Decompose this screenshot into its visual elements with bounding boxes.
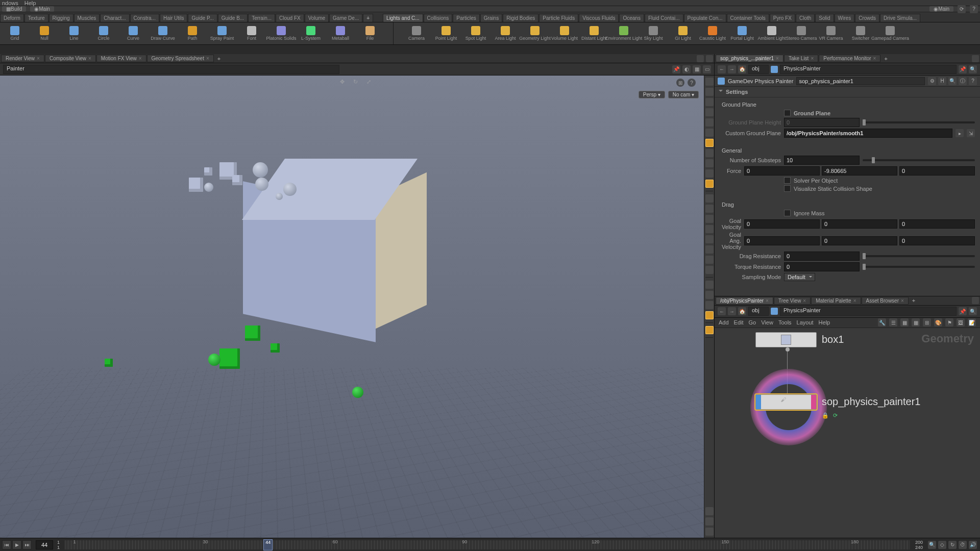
path-obj[interactable]: obj: [748, 65, 769, 74]
menu-windows[interactable]: ndows: [2, 0, 18, 6]
shelf-tab[interactable]: Particle Fluids: [539, 14, 578, 22]
rail-icon[interactable]: [705, 326, 714, 334]
shelf-tab[interactable]: Deform: [0, 14, 24, 22]
net-menu-help[interactable]: Help: [819, 319, 830, 325]
tool-line[interactable]: Line: [59, 22, 89, 45]
section-settings[interactable]: Settings: [715, 87, 980, 97]
tool-environment-light[interactable]: Environment Light: [609, 22, 639, 45]
rail-lighting-icon[interactable]: [705, 139, 714, 147]
reload-flag-icon[interactable]: ⟳: [833, 412, 838, 419]
op-jump-icon[interactable]: ⇲: [967, 129, 975, 137]
nav-home-icon[interactable]: 🏠: [738, 307, 746, 315]
menu-help[interactable]: Help: [24, 0, 36, 6]
shelf-tab[interactable]: Guide B...: [218, 14, 248, 22]
tool-draw-curve[interactable]: Draw Curve: [148, 22, 178, 45]
goal-avel-y[interactable]: [822, 236, 897, 245]
nav-fwd-icon[interactable]: →: [728, 65, 736, 73]
scene-viewport[interactable]: ✥ ↻ ⤢ ⊞ ? Persp ▾ No cam ▾: [0, 76, 714, 538]
handle-translate-icon[interactable]: ✥: [340, 79, 348, 87]
substeps-slider[interactable]: [863, 159, 975, 161]
tool-point-light[interactable]: Point Light: [431, 22, 461, 45]
shelf-tab[interactable]: Viscous Fluids: [579, 14, 619, 22]
pane-link-icon[interactable]: [697, 55, 704, 62]
info-icon[interactable]: ⓘ: [959, 77, 967, 85]
play-first-button[interactable]: ⏮: [2, 540, 11, 549]
tab-perfmon[interactable]: Performance Monitor×: [819, 55, 880, 62]
play-last-button[interactable]: ⏭: [22, 540, 32, 549]
tab-painter[interactable]: sop_physics_...painter1×: [716, 55, 783, 62]
desktop-main-right[interactable]: ◉ Main: [929, 6, 953, 12]
lock-icon[interactable]: 🔒: [822, 412, 829, 419]
node-box1[interactable]: [755, 332, 817, 347]
rail-icon[interactable]: [705, 225, 714, 233]
shelf-tab[interactable]: Rigid Bodies: [503, 14, 538, 22]
rail-icon[interactable]: [705, 215, 714, 223]
sampling-mode-dropdown[interactable]: Default: [784, 273, 815, 281]
shelf-tab[interactable]: Texture: [24, 14, 48, 22]
tab-tree[interactable]: Tree View×: [774, 297, 811, 305]
pane-max-icon[interactable]: [972, 55, 979, 62]
find-icon[interactable]: 🔍: [969, 65, 977, 73]
pane-tab[interactable]: Motion FX View×: [96, 55, 146, 62]
search-icon[interactable]: 🔍: [948, 77, 957, 85]
rail-icon[interactable]: [705, 129, 714, 137]
net-path-obj[interactable]: obj: [748, 307, 769, 316]
grid-icon[interactable]: ▦: [900, 318, 909, 327]
tool-metaball[interactable]: Metaball: [326, 22, 355, 45]
rail-icon[interactable]: [705, 311, 714, 319]
force-y[interactable]: [822, 166, 897, 176]
timeline-track[interactable]: 44 1306090120150180: [65, 540, 910, 549]
find-icon[interactable]: 🔍: [969, 307, 977, 315]
rail-icon[interactable]: [705, 98, 714, 106]
tool-switcher[interactable]: Switcher: [846, 22, 875, 45]
pane-tab[interactable]: Geometry Spreadsheet×: [147, 55, 214, 62]
tool-curve[interactable]: Curve: [118, 22, 148, 45]
shelf-tab[interactable]: Hair Utils: [160, 14, 188, 22]
shelf-tab[interactable]: Game De...: [329, 14, 362, 22]
drag-res-slider[interactable]: [863, 255, 975, 257]
rail-icon[interactable]: [705, 149, 714, 157]
tool-ambient-light[interactable]: Ambient Light: [757, 22, 787, 45]
net-menu-add[interactable]: Add: [719, 319, 729, 325]
tool-platonic-solids[interactable]: Platonic Solids: [266, 22, 296, 45]
display-icon[interactable]: ▭: [703, 65, 711, 73]
net-menu-tools[interactable]: Tools: [778, 319, 792, 325]
solver-per-object-checkbox[interactable]: [784, 177, 791, 184]
rail-icon[interactable]: [705, 245, 714, 254]
shelf-tab[interactable]: Collisions: [424, 14, 453, 22]
tab-takelist[interactable]: Take List×: [784, 55, 818, 62]
handle-rotate-icon[interactable]: ↻: [353, 79, 361, 87]
tl-search-icon[interactable]: 🔍: [928, 541, 936, 549]
tool-vr-camera[interactable]: VR Camera: [816, 22, 846, 45]
note-icon[interactable]: 📝: [968, 318, 976, 327]
tool-volume-light[interactable]: Volume Light: [550, 22, 579, 45]
viz-collision-checkbox[interactable]: [784, 185, 791, 192]
tool-font[interactable]: Font: [237, 22, 266, 45]
goal-vel-x[interactable]: [744, 219, 820, 229]
desktop-main-left[interactable]: ◉ Main: [30, 6, 54, 12]
rail-icon[interactable]: [705, 235, 714, 243]
rail-icon[interactable]: [705, 205, 714, 213]
tool-grid[interactable]: Grid: [0, 22, 30, 45]
tab-asset[interactable]: Asset Browser×: [862, 297, 909, 305]
gear-icon[interactable]: ⚙: [928, 77, 936, 85]
goal-vel-z[interactable]: [899, 219, 975, 229]
rail-icon[interactable]: [705, 108, 714, 116]
tool-camera[interactable]: Camera: [402, 22, 431, 45]
camera-selector[interactable]: Persp ▾: [639, 91, 665, 98]
goal-avel-z[interactable]: [899, 236, 975, 245]
handle-scale-icon[interactable]: ⤢: [366, 79, 375, 87]
tool-portal-light[interactable]: Portal Light: [727, 22, 757, 45]
rail-icon[interactable]: [705, 159, 714, 167]
shelf-tab[interactable]: Charact...: [100, 14, 129, 22]
drag-res-input[interactable]: [784, 252, 860, 261]
rail-icon[interactable]: [705, 291, 714, 299]
color-icon[interactable]: 🎨: [934, 318, 942, 327]
rail-display-icon[interactable]: [705, 180, 714, 188]
force-z[interactable]: [899, 166, 975, 176]
img-icon[interactable]: 🖼: [957, 318, 965, 327]
add-net-tab[interactable]: +: [909, 297, 918, 304]
rail-icon[interactable]: [705, 266, 714, 274]
shelf-tab[interactable]: Populate Con...: [684, 14, 726, 22]
force-x[interactable]: [744, 166, 820, 176]
